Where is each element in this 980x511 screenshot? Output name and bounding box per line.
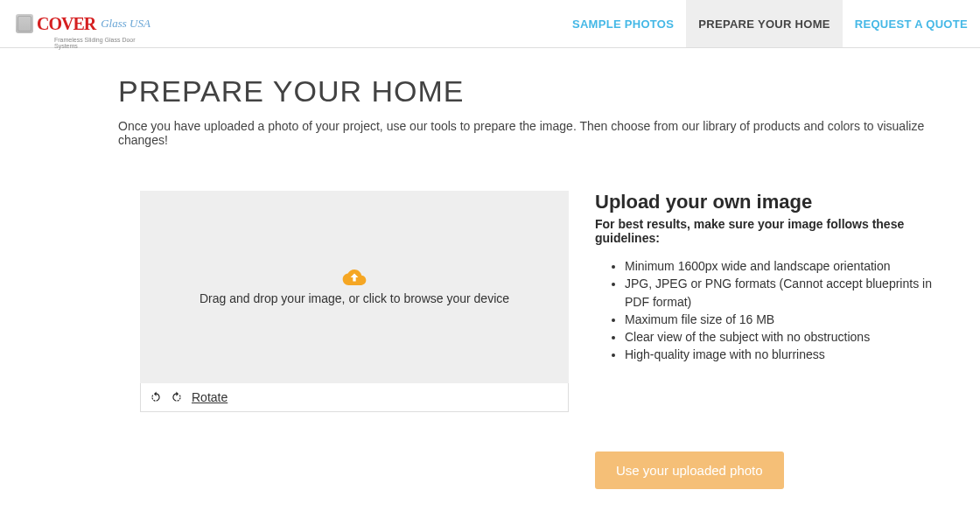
- nav-sample-photos[interactable]: SAMPLE PHOTOS: [560, 0, 686, 47]
- rotate-toolbar: Rotate: [140, 383, 569, 412]
- logo-text-main: COVER: [37, 14, 95, 34]
- rotate-right-icon[interactable]: [171, 391, 183, 403]
- logo-tagline: Frameless Sliding Glass Door Systems: [54, 37, 150, 49]
- nav-prepare-your-home[interactable]: PREPARE YOUR HOME: [686, 0, 843, 47]
- image-dropzone[interactable]: Drag and drop your image, or click to br…: [140, 191, 569, 383]
- main-row: Drag and drop your image, or click to br…: [118, 191, 954, 489]
- list-item: JPG, JPEG or PNG formats (Cannot accept …: [625, 275, 954, 311]
- upload-info-title: Upload your own image: [595, 191, 954, 214]
- main-nav: SAMPLE PHOTOS PREPARE YOUR HOME REQUEST …: [560, 0, 980, 47]
- rotate-left-icon[interactable]: [150, 391, 162, 403]
- list-item: High-quality image with no blurriness: [625, 346, 954, 363]
- upload-column: Drag and drop your image, or click to br…: [140, 191, 569, 489]
- info-column: Upload your own image For best results, …: [595, 191, 954, 489]
- rotate-label[interactable]: Rotate: [192, 390, 228, 404]
- page-title: PREPARE YOUR HOME: [118, 74, 954, 108]
- list-item: Clear view of the subject with no obstru…: [625, 328, 954, 346]
- use-uploaded-photo-button[interactable]: Use your uploaded photo: [595, 452, 784, 489]
- upload-info-subtitle: For best results, make sure your image f…: [595, 217, 954, 245]
- guidelines-list: Minimum 1600px wide and landscape orient…: [595, 257, 954, 364]
- header: COVER Glass USA Frameless Sliding Glass …: [0, 0, 980, 48]
- logo-text-sub: Glass USA: [101, 17, 150, 31]
- logo[interactable]: COVER Glass USA Frameless Sliding Glass …: [16, 14, 150, 34]
- page-subtitle: Once you have uploaded a photo of your p…: [118, 119, 954, 147]
- cloud-upload-icon: [342, 269, 367, 286]
- list-item: Minimum 1600px wide and landscape orient…: [625, 257, 954, 275]
- nav-request-quote[interactable]: REQUEST A QUOTE: [843, 0, 980, 47]
- content: PREPARE YOUR HOME Once you have uploaded…: [0, 48, 980, 489]
- dropzone-text: Drag and drop your image, or click to br…: [200, 291, 509, 305]
- logo-icon: [16, 14, 33, 33]
- list-item: Maximum file size of 16 MB: [625, 311, 954, 328]
